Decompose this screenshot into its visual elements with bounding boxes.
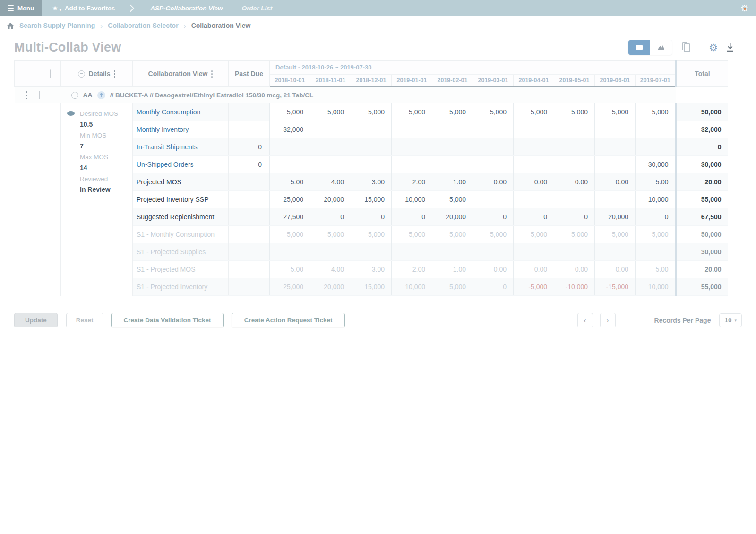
value-cell: 0.00 — [554, 173, 595, 191]
month-header: 2018-12-01 — [351, 74, 392, 86]
value-cell — [595, 156, 636, 173]
value-cell — [514, 243, 554, 261]
value-cell — [351, 138, 392, 156]
next-page-button[interactable]: › — [600, 313, 616, 327]
month-header: 2019-06-01 — [595, 74, 636, 86]
breadcrumb-collaboration-view: Collaboration View — [191, 22, 251, 29]
value-cell: 0 — [473, 208, 514, 226]
details-header-label: Details — [89, 70, 111, 78]
collaboration-view-column-menu-icon[interactable] — [211, 70, 213, 78]
value-cell[interactable]: 5,000 — [270, 103, 310, 121]
value-cell[interactable]: 5,000 — [392, 103, 432, 121]
value-cell: 20,000 — [310, 278, 351, 296]
value-cell — [432, 243, 473, 261]
download-button[interactable] — [726, 43, 734, 52]
home-icon[interactable] — [7, 22, 14, 29]
total-cell: 55,000 — [676, 191, 728, 208]
value-cell[interactable]: 5,000 — [595, 103, 636, 121]
details-column-menu-icon[interactable] — [114, 70, 115, 78]
value-cell[interactable]: 5,000 — [554, 103, 595, 121]
select-all-checkbox[interactable] — [50, 69, 51, 78]
menu-label: Menu — [17, 5, 34, 12]
details-cell: Desired MOS10.5Min MOS7Max MOS14Reviewed… — [61, 103, 133, 296]
value-cell — [310, 138, 351, 156]
update-button[interactable]: Update — [14, 313, 58, 327]
total-cell: 30,000 — [676, 156, 728, 173]
tab-order-list[interactable]: Order List — [242, 5, 273, 12]
chart-view-button[interactable] — [650, 40, 672, 55]
value-cell[interactable]: 5,000 — [351, 103, 392, 121]
row-menu-icon[interactable] — [15, 91, 39, 99]
copy-button[interactable] — [681, 42, 691, 53]
row-label[interactable]: Monthly Consumption — [133, 103, 229, 121]
value-cell[interactable]: 5,000 — [432, 103, 473, 121]
value-cell: 4.00 — [310, 173, 351, 191]
value-cell: 5,000 — [432, 191, 473, 208]
value-cell: 5.00 — [636, 173, 676, 191]
value-cell — [554, 243, 595, 261]
create-data-validation-ticket-button[interactable]: Create Data Validation Ticket — [111, 313, 224, 327]
group-title-cell: AA // BUCKET-A // Desogestrel/Ethinyl Es… — [61, 87, 676, 103]
reset-button[interactable]: Reset — [66, 313, 103, 327]
divider — [700, 39, 700, 56]
past-due-cell: 0 — [229, 156, 270, 173]
records-per-page-select[interactable]: 10 ▾ — [719, 313, 742, 327]
table-view-button[interactable] — [628, 40, 650, 55]
row-label[interactable]: Un-Shipped Orders — [133, 156, 229, 173]
breadcrumb-search-supply-planning[interactable]: Search Supply Planning — [19, 22, 95, 29]
value-cell — [636, 121, 676, 138]
month-header: 2018-10-01 — [270, 74, 310, 86]
value-cell: 2.00 — [392, 261, 432, 278]
add-to-favorites-button[interactable]: ★▾ Add to Favorites — [42, 4, 125, 12]
tab-asp-collaboration-view[interactable]: ASP-Collaboration View — [150, 5, 223, 12]
notification-dot — [744, 8, 746, 10]
previous-page-button[interactable]: ‹ — [577, 313, 593, 327]
breadcrumb: Search Supply Planning › Collaboration S… — [0, 16, 756, 35]
value-cell[interactable]: 5,000 — [473, 103, 514, 121]
value-cell[interactable]: 5,000 — [514, 103, 554, 121]
past-due-cell — [229, 121, 270, 138]
value-cell: 32,000 — [270, 121, 310, 138]
caret-down-icon: ▾ — [60, 8, 61, 12]
value-cell: 5.00 — [270, 261, 310, 278]
star-icon: ★ — [52, 5, 58, 11]
row-label[interactable]: Monthly Inventory — [133, 121, 229, 138]
value-cell — [514, 138, 554, 156]
value-cell — [310, 121, 351, 138]
value-cell: 5,000 — [270, 226, 310, 243]
eye-icon[interactable] — [67, 108, 75, 195]
value-cell: 0 — [636, 208, 676, 226]
total-cell: 67,500 — [676, 208, 728, 226]
collaboration-view-header-label: Collaboration View — [148, 70, 208, 78]
favorites-label: Add to Favorites — [65, 5, 115, 12]
collapse-group-icon[interactable] — [71, 92, 78, 99]
details-field-label: Desired MOS — [80, 108, 118, 119]
value-cell: 27,500 — [270, 208, 310, 226]
row-label[interactable]: In-Transit Shipments — [133, 138, 229, 156]
settings-button[interactable]: ⚙ — [709, 43, 718, 52]
value-cell: -10,000 — [554, 278, 595, 296]
topbar-settings-icon[interactable]: ⚙ — [740, 4, 748, 13]
value-cell — [554, 121, 595, 138]
value-cell: 3.00 — [351, 261, 392, 278]
breadcrumb-collaboration-selector[interactable]: Collaboration Selector — [108, 22, 178, 29]
collapse-all-icon[interactable] — [78, 70, 85, 78]
value-cell: 1.00 — [432, 173, 473, 191]
details-column-header: Details — [61, 61, 133, 87]
value-cell[interactable]: 5,000 — [636, 103, 676, 121]
month-header: 2019-02-01 — [432, 74, 473, 86]
menu-button[interactable]: Menu — [0, 0, 42, 16]
value-cell: 30,000 — [636, 156, 676, 173]
group-checkbox[interactable] — [39, 91, 40, 99]
past-due-cell — [229, 261, 270, 278]
breadcrumb-separator: › — [100, 22, 103, 30]
value-cell: 0 — [310, 208, 351, 226]
arrow-up-icon[interactable] — [97, 91, 105, 99]
value-cell — [636, 243, 676, 261]
value-cell[interactable]: 5,000 — [310, 103, 351, 121]
past-due-cell — [229, 243, 270, 261]
value-cell: 10,000 — [392, 191, 432, 208]
value-cell: -5,000 — [514, 278, 554, 296]
value-cell: 0 — [473, 278, 514, 296]
create-action-request-ticket-button[interactable]: Create Action Request Ticket — [232, 313, 345, 327]
